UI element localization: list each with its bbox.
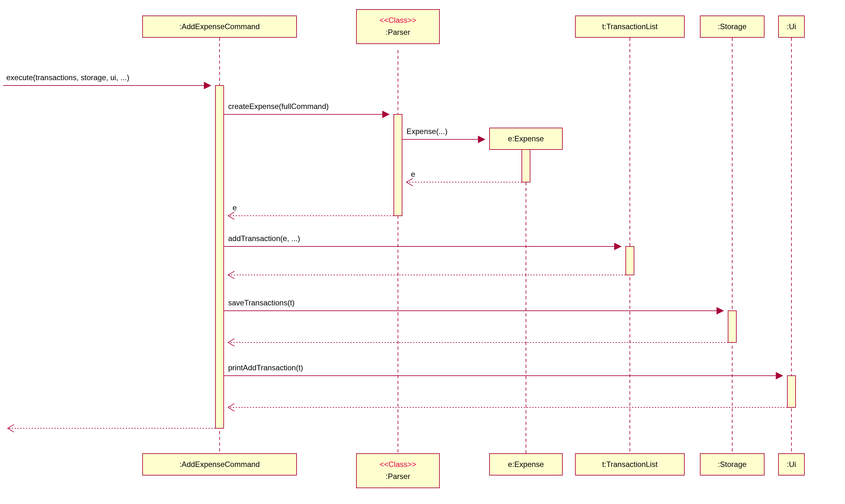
msg-add-transaction-label: addTransaction(e, ...) — [228, 234, 300, 242]
msg-create-expense-arrow — [382, 111, 390, 118]
msg-return-e-to-parser-label: e — [411, 170, 415, 178]
msg-print-add-transaction-label: printAddTransaction(t) — [228, 363, 303, 372]
msg-add-transaction-arrow — [614, 243, 621, 250]
sequence-diagram: :AddExpenseCommand <<Class>> :Parser t:T… — [0, 0, 845, 504]
participant-parser-bottom-stereo: <<Class>> — [380, 460, 416, 469]
participant-transaction-list-top-label: t:TransactionList — [602, 22, 658, 31]
participant-expense-bottom-label: e:Expense — [508, 460, 544, 469]
activation-storage — [728, 311, 736, 342]
participant-parser-bottom-label: :Parser — [385, 472, 410, 481]
participant-parser-top — [356, 10, 439, 44]
msg-save-transactions-label: saveTransactions(t) — [228, 299, 295, 307]
activation-add-expense-command — [215, 86, 224, 428]
msg-execute-arrow — [204, 82, 211, 89]
participant-add-expense-command-top-label: :AddExpenseCommand — [179, 22, 259, 31]
msg-create-expense-label: createExpense(fullCommand) — [228, 102, 328, 111]
msg-return-e-to-cmd-label: e — [233, 203, 237, 212]
activation-ui — [787, 376, 795, 408]
participant-parser-top-label: :Parser — [385, 28, 410, 36]
msg-execute-label: execute(transactions, storage, ui, ...) — [6, 73, 129, 82]
msg-expense-ctor-arrow — [478, 136, 485, 143]
activation-parser — [394, 114, 402, 216]
msg-save-transactions-arrow — [717, 307, 724, 314]
participant-ui-bottom-label: :Ui — [787, 460, 796, 469]
participant-parser-bottom — [356, 454, 439, 488]
activation-transaction-list — [626, 247, 634, 275]
participant-add-expense-command-bottom-label: :AddExpenseCommand — [179, 460, 259, 469]
participant-expense-head-label: e:Expense — [508, 134, 544, 143]
msg-print-add-transaction-arrow — [776, 372, 783, 379]
participant-parser-top-stereo: <<Class>> — [380, 16, 416, 24]
msg-expense-ctor-label: Expense(...) — [407, 127, 447, 136]
participant-ui-top-label: :Ui — [787, 22, 796, 31]
participant-transaction-list-bottom-label: t:TransactionList — [602, 460, 658, 469]
participant-storage-bottom-label: :Storage — [718, 460, 747, 469]
participant-storage-top-label: :Storage — [718, 22, 747, 31]
